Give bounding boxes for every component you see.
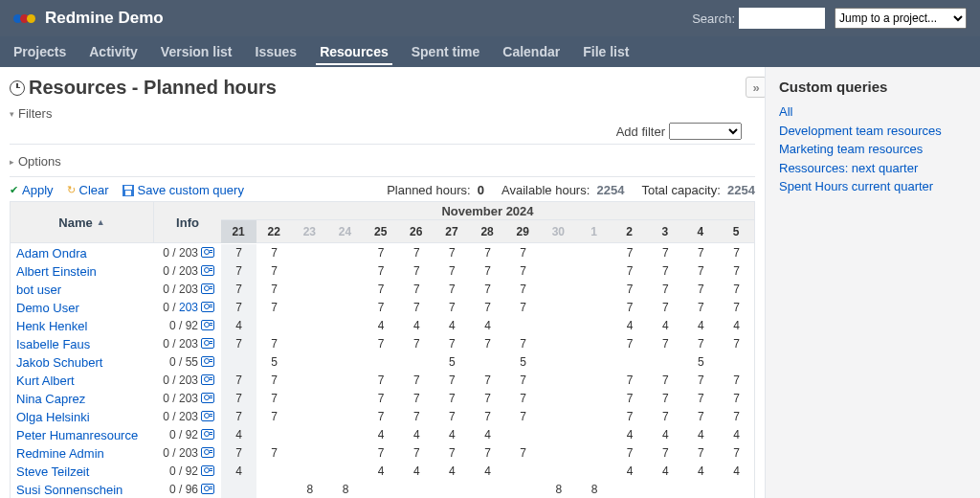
hours-cell[interactable] bbox=[327, 408, 363, 426]
hours-cell[interactable]: 7 bbox=[505, 390, 541, 408]
hours-cell[interactable]: 7 bbox=[364, 444, 399, 463]
hours-cell[interactable]: 4 bbox=[221, 463, 256, 481]
hours-cell[interactable]: 7 bbox=[221, 281, 256, 299]
hours-cell[interactable]: 4 bbox=[612, 317, 648, 335]
hours-cell[interactable]: 7 bbox=[434, 244, 470, 262]
hours-cell[interactable]: 5 bbox=[683, 353, 719, 372]
hours-cell[interactable]: 7 bbox=[364, 299, 399, 317]
hours-cell[interactable] bbox=[576, 299, 612, 317]
hours-cell[interactable]: 7 bbox=[399, 281, 434, 299]
hours-cell[interactable]: 7 bbox=[505, 372, 541, 390]
hours-cell[interactable]: 7 bbox=[505, 299, 541, 317]
day-header[interactable]: 3 bbox=[648, 220, 683, 243]
hours-cell[interactable]: 7 bbox=[221, 244, 256, 262]
hours-cell[interactable]: 7 bbox=[256, 262, 292, 281]
day-header[interactable]: 21 bbox=[221, 220, 256, 243]
hours-cell[interactable]: 7 bbox=[221, 372, 256, 390]
hours-cell[interactable] bbox=[612, 353, 648, 372]
hours-cell[interactable] bbox=[327, 463, 363, 481]
hours-cell[interactable]: 4 bbox=[364, 426, 399, 444]
nav-issues[interactable]: Issues bbox=[252, 38, 301, 65]
hours-cell[interactable] bbox=[292, 372, 327, 390]
hours-cell[interactable] bbox=[719, 353, 754, 372]
hours-cell[interactable] bbox=[541, 299, 576, 317]
query-link[interactable]: Ressources: next quarter bbox=[779, 159, 967, 178]
resource-name-link[interactable]: Susi Sonnenschein bbox=[16, 483, 139, 497]
hours-cell[interactable]: 4 bbox=[683, 426, 719, 444]
clear-button[interactable]: ↻ Clear bbox=[67, 183, 109, 197]
hours-cell[interactable]: 7 bbox=[364, 408, 399, 426]
hours-cell[interactable]: 7 bbox=[399, 335, 434, 353]
hours-cell[interactable]: 7 bbox=[612, 408, 648, 426]
hours-cell[interactable] bbox=[648, 481, 683, 499]
resource-name-link[interactable]: Jakob Schubert bbox=[16, 355, 139, 370]
day-header[interactable]: 5 bbox=[719, 220, 754, 243]
project-jump-select[interactable]: Jump to a project... bbox=[835, 8, 967, 29]
hours-cell[interactable]: 8 bbox=[576, 481, 612, 499]
user-card-button[interactable] bbox=[198, 483, 217, 497]
hours-cell[interactable]: 7 bbox=[399, 299, 434, 317]
hours-cell[interactable] bbox=[505, 426, 541, 444]
hours-cell[interactable]: 7 bbox=[256, 244, 292, 262]
hours-cell[interactable]: 7 bbox=[648, 372, 683, 390]
hours-cell[interactable]: 4 bbox=[399, 426, 434, 444]
hours-cell[interactable]: 7 bbox=[256, 372, 292, 390]
hours-cell[interactable]: 7 bbox=[612, 390, 648, 408]
save-query-button[interactable]: Save custom query bbox=[122, 183, 244, 197]
hours-cell[interactable] bbox=[292, 390, 327, 408]
hours-cell[interactable]: 4 bbox=[612, 426, 648, 444]
hours-cell[interactable]: 4 bbox=[221, 317, 256, 335]
user-card-button[interactable] bbox=[198, 264, 217, 279]
day-header[interactable]: 26 bbox=[399, 220, 434, 243]
hours-cell[interactable] bbox=[541, 317, 576, 335]
hours-cell[interactable] bbox=[327, 299, 363, 317]
hours-cell[interactable]: 7 bbox=[434, 444, 470, 463]
options-toggle[interactable]: ▸ Options bbox=[10, 150, 755, 172]
hours-cell[interactable]: 7 bbox=[470, 408, 505, 426]
hours-cell[interactable]: 7 bbox=[399, 390, 434, 408]
hours-cell[interactable] bbox=[292, 426, 327, 444]
hours-cell[interactable]: 7 bbox=[256, 444, 292, 463]
hours-cell[interactable]: 4 bbox=[434, 426, 470, 444]
hours-cell[interactable] bbox=[505, 463, 541, 481]
hours-cell[interactable]: 7 bbox=[612, 244, 648, 262]
hours-cell[interactable]: 7 bbox=[719, 408, 754, 426]
hours-cell[interactable]: 7 bbox=[612, 262, 648, 281]
hours-cell[interactable] bbox=[327, 335, 363, 353]
hours-cell[interactable]: 7 bbox=[221, 335, 256, 353]
hours-cell[interactable]: 7 bbox=[470, 299, 505, 317]
hours-cell[interactable]: 4 bbox=[364, 317, 399, 335]
nav-calendar[interactable]: Calendar bbox=[499, 38, 564, 65]
hours-cell[interactable] bbox=[256, 426, 292, 444]
hours-cell[interactable] bbox=[292, 262, 327, 281]
hours-cell[interactable]: 4 bbox=[399, 463, 434, 481]
hours-cell[interactable]: 7 bbox=[434, 281, 470, 299]
hours-cell[interactable] bbox=[576, 262, 612, 281]
hours-cell[interactable] bbox=[541, 353, 576, 372]
hours-cell[interactable]: 7 bbox=[470, 390, 505, 408]
hours-cell[interactable] bbox=[541, 426, 576, 444]
hours-cell[interactable]: 7 bbox=[612, 444, 648, 463]
hours-cell[interactable] bbox=[327, 353, 363, 372]
resource-name-link[interactable]: Demo User bbox=[16, 301, 139, 315]
hours-cell[interactable] bbox=[292, 281, 327, 299]
hours-cell[interactable]: 7 bbox=[221, 299, 256, 317]
hours-cell[interactable]: 7 bbox=[221, 408, 256, 426]
hours-cell[interactable]: 7 bbox=[505, 244, 541, 262]
hours-cell[interactable]: 4 bbox=[648, 317, 683, 335]
day-header[interactable]: 27 bbox=[434, 220, 470, 243]
hours-cell[interactable]: 7 bbox=[364, 281, 399, 299]
hours-cell[interactable]: 7 bbox=[719, 262, 754, 281]
hours-cell[interactable]: 7 bbox=[683, 390, 719, 408]
hours-cell[interactable]: 7 bbox=[256, 299, 292, 317]
hours-cell[interactable]: 4 bbox=[719, 463, 754, 481]
hours-cell[interactable]: 7 bbox=[612, 299, 648, 317]
nav-projects[interactable]: Projects bbox=[10, 38, 70, 65]
hours-cell[interactable]: 7 bbox=[648, 299, 683, 317]
hours-cell[interactable] bbox=[576, 372, 612, 390]
hours-cell[interactable]: 7 bbox=[648, 262, 683, 281]
user-card-button[interactable] bbox=[198, 355, 217, 370]
hours-cell[interactable] bbox=[364, 353, 399, 372]
nav-file-list[interactable]: File list bbox=[579, 38, 633, 65]
hours-cell[interactable] bbox=[576, 281, 612, 299]
